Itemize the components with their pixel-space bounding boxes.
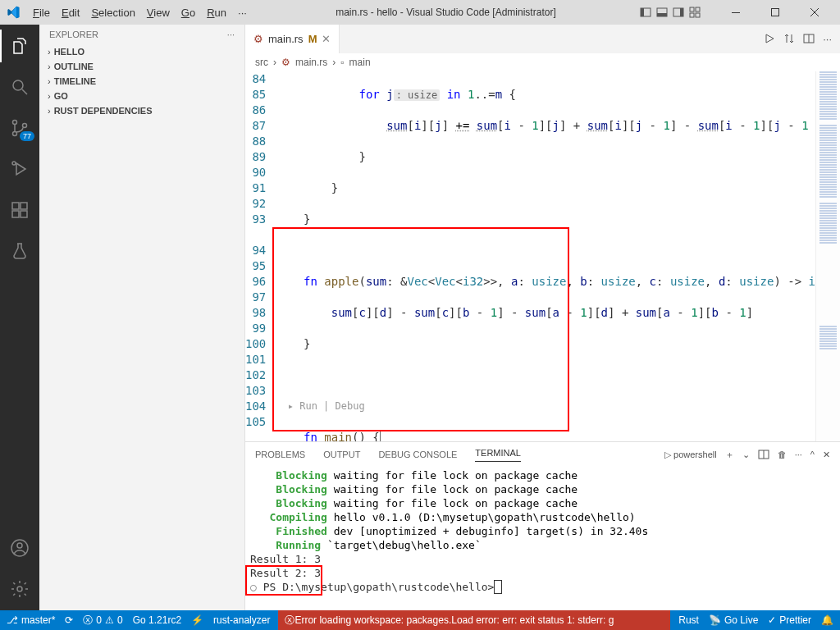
activity-search[interactable] xyxy=(0,71,39,103)
rust-file-icon: ⚙ xyxy=(253,33,263,45)
close-button[interactable] xyxy=(796,0,833,25)
activity-source-control[interactable]: 77 xyxy=(0,112,39,144)
layout-toggle-right-icon[interactable] xyxy=(673,7,684,18)
symbol-icon: ▫ xyxy=(340,57,344,68)
layout-toggle-left-icon[interactable] xyxy=(640,7,651,18)
svg-point-13 xyxy=(13,121,17,125)
menu-bar: File Edit Selection View Go Run ··· xyxy=(28,3,252,22)
breadcrumbs[interactable]: src› ⚙main.rs› ▫main xyxy=(245,53,840,71)
status-go-version[interactable]: Go 1.21rc2 xyxy=(133,614,181,626)
codelens-run-debug[interactable]: ▸ Run | Debug xyxy=(272,399,815,414)
scm-badge: 77 xyxy=(20,131,34,141)
menu-go[interactable]: Go xyxy=(176,3,200,22)
rust-file-icon: ⚙ xyxy=(281,57,290,68)
panel-tab-output[interactable]: OUTPUT xyxy=(323,450,360,459)
vscode-icon xyxy=(7,6,20,19)
terminal-content[interactable]: Blocking waiting for file lock on packag… xyxy=(245,467,840,610)
status-go-live[interactable]: 📡 Go Live xyxy=(709,614,758,626)
svg-rect-8 xyxy=(690,13,694,17)
terminal-new-icon[interactable]: ＋ xyxy=(725,449,734,461)
panel-tab-terminal[interactable]: TERMINAL xyxy=(475,448,521,462)
tab-main-rs[interactable]: ⚙ main.rs M ✕ xyxy=(245,25,340,53)
activity-debug[interactable] xyxy=(0,153,39,185)
svg-rect-18 xyxy=(12,211,19,217)
status-notifications-icon[interactable]: 🔔 xyxy=(821,614,833,626)
svg-rect-3 xyxy=(657,13,667,16)
editor-more-icon[interactable]: ··· xyxy=(823,33,832,45)
terminal-trash-icon[interactable]: 🗑 xyxy=(778,450,787,459)
section-hello[interactable]: HELLO xyxy=(39,44,244,59)
svg-rect-10 xyxy=(732,12,740,13)
terminal-chevron-icon[interactable]: ⌄ xyxy=(742,450,750,460)
svg-point-16 xyxy=(12,162,16,165)
sidebar-title: EXPLORER xyxy=(49,30,98,39)
code-content[interactable]: for j: usize in 1..=m { sum[i][j] += sum… xyxy=(272,71,815,441)
svg-rect-5 xyxy=(680,8,683,16)
layout-toggle-bottom-icon[interactable] xyxy=(656,7,668,18)
menu-run[interactable]: Run xyxy=(202,3,231,22)
activity-settings[interactable] xyxy=(0,573,39,605)
activity-testing[interactable] xyxy=(0,235,39,267)
menu-edit[interactable]: Edit xyxy=(57,3,84,22)
svg-point-22 xyxy=(17,543,22,548)
status-rust-analyzer[interactable]: rust-analyzer xyxy=(213,614,270,626)
status-sync[interactable]: ⟳ xyxy=(65,614,73,626)
run-icon[interactable] xyxy=(764,33,775,44)
tab-label: main.rs xyxy=(268,33,304,45)
status-go-update[interactable]: ⚡ xyxy=(191,614,203,626)
section-outline[interactable]: OUTLINE xyxy=(39,59,244,74)
section-timeline[interactable]: TIMELINE xyxy=(39,74,244,89)
status-prettier[interactable]: ✓ Prettier xyxy=(768,614,811,626)
status-bar: ⎇ master* ⟳ ⓧ 0 ⚠ 0 Go 1.21rc2 ⚡ rust-an… xyxy=(0,610,840,630)
svg-rect-20 xyxy=(21,203,27,209)
tab-modified-indicator: M xyxy=(308,33,317,45)
window-title: main.rs - hello - Visual Studio Code [Ad… xyxy=(252,7,640,18)
crumb-symbol[interactable]: main xyxy=(349,57,371,68)
sidebar-more-icon[interactable]: ··· xyxy=(227,30,235,39)
panel: PROBLEMS OUTPUT DEBUG CONSOLE TERMINAL ▷… xyxy=(245,441,840,610)
status-language[interactable]: Rust xyxy=(678,614,699,626)
tab-close-icon[interactable]: ✕ xyxy=(322,33,331,45)
layout-customize-icon[interactable] xyxy=(689,7,701,18)
svg-point-23 xyxy=(17,587,22,591)
svg-point-14 xyxy=(13,132,17,136)
panel-tab-debug[interactable]: DEBUG CONSOLE xyxy=(378,450,457,459)
terminal-split-icon[interactable] xyxy=(758,449,769,460)
svg-rect-17 xyxy=(12,203,19,209)
svg-rect-19 xyxy=(21,211,27,217)
menu-file[interactable]: File xyxy=(28,3,55,22)
diff-icon[interactable] xyxy=(783,33,795,44)
menu-selection[interactable]: Selection xyxy=(86,3,139,22)
titlebar: File Edit Selection View Go Run ··· main… xyxy=(0,0,840,25)
maximize-button[interactable] xyxy=(756,0,794,25)
status-problems[interactable]: ⓧ 0 ⚠ 0 xyxy=(83,614,122,628)
terminal-maximize-icon[interactable]: ^ xyxy=(810,450,815,459)
terminal-profile[interactable]: ▷ powershell xyxy=(664,450,717,460)
minimap[interactable] xyxy=(815,71,840,441)
sidebar-explorer: EXPLORER··· HELLO OUTLINE TIMELINE GO RU… xyxy=(39,25,245,610)
svg-rect-1 xyxy=(641,8,644,16)
status-error-message[interactable]: ⓧ Error loading workspace: packages.Load… xyxy=(278,610,670,630)
terminal-close-icon[interactable]: ✕ xyxy=(823,450,830,460)
svg-point-12 xyxy=(13,80,23,90)
panel-tab-problems[interactable]: PROBLEMS xyxy=(255,450,305,459)
activity-extensions[interactable] xyxy=(0,194,39,226)
menu-more[interactable]: ··· xyxy=(233,3,252,22)
section-go[interactable]: GO xyxy=(39,89,244,103)
minimize-button[interactable] xyxy=(717,0,755,25)
line-gutter: 8485868788899091929394959697989910010110… xyxy=(245,71,272,441)
svg-point-15 xyxy=(23,124,27,128)
terminal-more-icon[interactable]: ··· xyxy=(795,450,802,459)
menu-view[interactable]: View xyxy=(142,3,175,22)
crumb-src[interactable]: src xyxy=(255,57,268,68)
activity-accounts[interactable] xyxy=(0,532,39,564)
activity-bar: 77 xyxy=(0,25,39,610)
svg-rect-9 xyxy=(696,13,700,17)
status-branch[interactable]: ⎇ master* xyxy=(7,614,55,626)
crumb-file[interactable]: main.rs xyxy=(295,57,327,68)
split-icon[interactable] xyxy=(803,33,815,44)
editor-body[interactable]: 8485868788899091929394959697989910010110… xyxy=(245,71,840,441)
svg-rect-11 xyxy=(772,9,779,16)
activity-explorer[interactable] xyxy=(0,30,39,62)
section-rust-deps[interactable]: RUST DEPENDENCIES xyxy=(39,103,244,118)
